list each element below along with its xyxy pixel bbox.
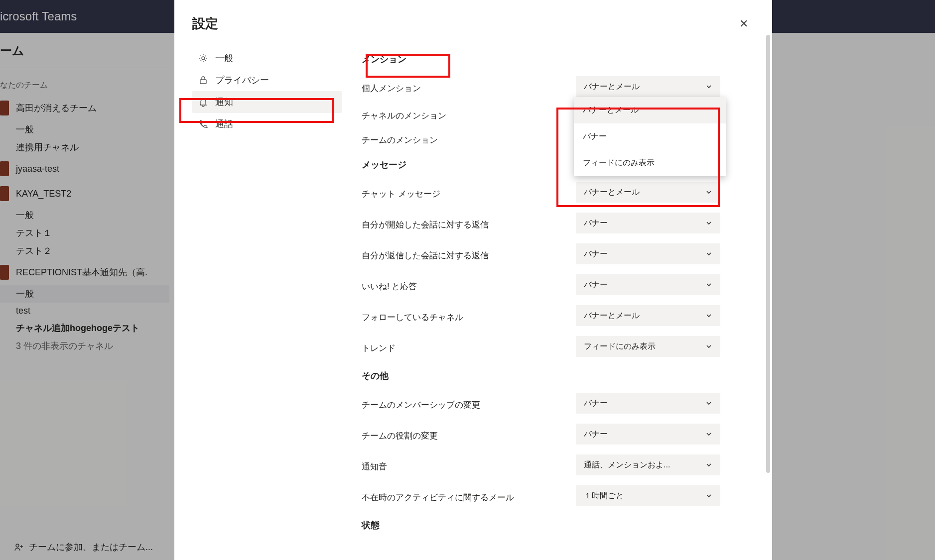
section-title-messages: メッセージ xyxy=(362,159,406,171)
modal-header: 設定 ✕ xyxy=(174,0,772,44)
modal-body: 一般 プライバシー 通知 xyxy=(174,44,772,560)
setting-row: チームのメンバーシップの変更 バナー xyxy=(362,393,720,414)
setting-row-personal-mention: 個人メンション バナーとメール xyxy=(362,76,720,97)
nav-label: プライバシー xyxy=(215,74,269,86)
section-title-mentions: メンション xyxy=(362,53,406,65)
setting-row: 通知音 通話、メンションおよ... xyxy=(362,454,720,475)
setting-label: チームのメンション xyxy=(362,131,438,146)
chevron-down-icon xyxy=(705,312,712,319)
select-sounds[interactable]: 通話、メンションおよ... xyxy=(576,454,720,475)
nav-label: 通知 xyxy=(215,96,233,108)
dropdown-option[interactable]: フィードにのみ表示 xyxy=(574,150,726,176)
setting-label: チャネルのメンション xyxy=(362,107,446,121)
settings-modal: 設定 ✕ 一般 プライバシー xyxy=(174,0,772,560)
lock-icon xyxy=(198,75,208,85)
gear-icon xyxy=(198,53,208,63)
chevron-down-icon xyxy=(705,250,712,257)
dropdown-menu: バナーとメール バナー フィードにのみ表示 xyxy=(574,97,726,176)
nav-item-calls[interactable]: 通話 xyxy=(192,113,342,135)
select-value: フィードにのみ表示 xyxy=(584,341,656,352)
setting-row: 自分が開始した会話に対する返信 バナー xyxy=(362,213,720,233)
close-button[interactable]: ✕ xyxy=(735,15,752,32)
select-likes[interactable]: バナー xyxy=(576,274,720,295)
chevron-down-icon xyxy=(705,492,712,499)
setting-row: フォローしているチャネル バナーとメール xyxy=(362,305,720,326)
setting-row: いいね! と応答 バナー xyxy=(362,274,720,295)
setting-label: 不在時のアクティビティに関するメール xyxy=(362,489,514,503)
dropdown-option[interactable]: バナー xyxy=(574,123,726,150)
settings-nav: 一般 プライバシー 通知 xyxy=(192,44,342,560)
setting-label: チャット メッセージ xyxy=(362,185,440,200)
setting-label: 自分が返信した会話に対する返信 xyxy=(362,247,489,261)
setting-row: チームの役割の変更 バナー xyxy=(362,424,720,445)
nav-label: 通話 xyxy=(215,118,233,130)
select-value: バナー xyxy=(584,218,608,228)
select-value: バナー xyxy=(584,280,608,290)
chevron-down-icon xyxy=(705,83,712,90)
setting-row: 不在時のアクティビティに関するメール １時間ごと xyxy=(362,485,720,506)
select-trending[interactable]: フィードにのみ表示 xyxy=(576,336,720,357)
dropdown-option[interactable]: バナーとメール xyxy=(574,97,726,123)
select-value: バナーとメール xyxy=(584,187,640,198)
chevron-down-icon xyxy=(705,431,712,438)
setting-label: 通知音 xyxy=(362,458,387,472)
select-replies-replied[interactable]: バナー xyxy=(576,243,720,264)
chevron-down-icon xyxy=(705,281,712,288)
select-value: バナー xyxy=(584,398,608,409)
select-missed-activity[interactable]: １時間ごと xyxy=(576,485,720,506)
select-replies-started[interactable]: バナー xyxy=(576,213,720,233)
setting-label: フォローしているチャネル xyxy=(362,309,463,323)
select-followed-channels[interactable]: バナーとメール xyxy=(576,305,720,326)
nav-label: 一般 xyxy=(215,52,233,64)
modal-title: 設定 xyxy=(192,15,218,32)
setting-label: 個人メンション xyxy=(362,80,421,94)
select-value: バナーとメール xyxy=(584,82,640,92)
select-membership-change[interactable]: バナー xyxy=(576,393,720,414)
chevron-down-icon xyxy=(705,343,712,350)
settings-content: メンション 個人メンション バナーとメール チャネルのメンション xyxy=(342,44,772,560)
setting-label: チームのメンバーシップの変更 xyxy=(362,396,480,411)
section-title-other: その他 xyxy=(362,370,389,382)
select-value: バナー xyxy=(584,429,608,440)
select-value: １時間ごと xyxy=(584,491,624,501)
select-chat-messages[interactable]: バナーとメール xyxy=(576,182,720,203)
setting-label: いいね! と応答 xyxy=(362,278,417,292)
chevron-down-icon xyxy=(705,189,712,196)
chevron-down-icon xyxy=(705,220,712,226)
chevron-down-icon xyxy=(705,461,712,468)
nav-item-privacy[interactable]: プライバシー xyxy=(192,69,342,91)
setting-label: チームの役割の変更 xyxy=(362,427,438,442)
section-title-status: 状態 xyxy=(362,519,380,531)
setting-row: チャット メッセージ バナーとメール xyxy=(362,182,720,203)
select-value: バナーとメール xyxy=(584,311,640,321)
chevron-down-icon xyxy=(705,400,712,407)
svg-rect-2 xyxy=(200,80,206,84)
select-value: バナー xyxy=(584,249,608,259)
app-root: icrosoft Teams ーム なたのチーム 高田が消えるチーム 一般 連携… xyxy=(0,0,935,560)
select-role-change[interactable]: バナー xyxy=(576,424,720,445)
select-personal-mention[interactable]: バナーとメール xyxy=(576,76,720,97)
content-scrollbar[interactable] xyxy=(766,35,770,473)
setting-row: トレンド フィードにのみ表示 xyxy=(362,336,720,357)
svg-point-1 xyxy=(202,57,205,60)
nav-item-general[interactable]: 一般 xyxy=(192,47,342,69)
setting-row: 自分が返信した会話に対する返信 バナー xyxy=(362,243,720,264)
nav-item-notifications[interactable]: 通知 xyxy=(192,91,342,113)
select-value: 通話、メンションおよ... xyxy=(584,460,670,470)
phone-icon xyxy=(198,119,208,129)
bell-icon xyxy=(198,97,208,107)
setting-label: 自分が開始した会話に対する返信 xyxy=(362,216,489,230)
setting-label: トレンド xyxy=(362,339,396,354)
